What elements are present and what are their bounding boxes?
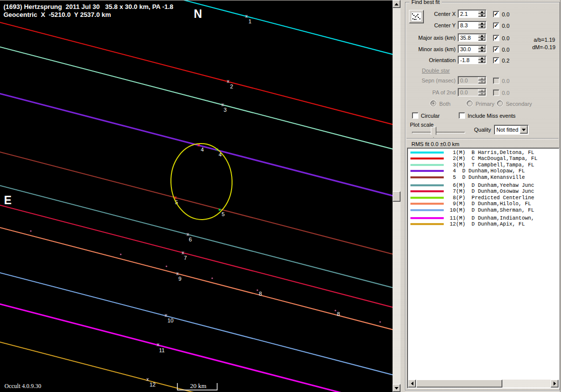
primary-radio bbox=[467, 100, 473, 106]
center-y-input[interactable]: 8.3 bbox=[458, 21, 486, 29]
station-row-8[interactable]: 8(P) Predicted Centerline bbox=[407, 195, 559, 201]
centerline-dot bbox=[211, 277, 213, 279]
major-axis-spin-down[interactable] bbox=[478, 38, 485, 41]
quality-label: Quality bbox=[474, 127, 491, 133]
scroll-left-button[interactable] bbox=[408, 380, 416, 388]
pa-2nd-label: PA of 2nd bbox=[406, 89, 456, 95]
pa-2nd-input: 0.0 bbox=[458, 88, 486, 96]
app-version-label: Occult 4.0.9.30 bbox=[4, 383, 41, 390]
station-text: 9(M) D Dunham,Hilolo, FL bbox=[450, 201, 531, 207]
stations-listbox[interactable]: 1(M) B Harris,Deltona, FL 2(M) C MacDoug… bbox=[407, 148, 560, 389]
stations-horizontal-scrollbar[interactable] bbox=[408, 380, 559, 388]
east-direction-label: E bbox=[4, 194, 11, 207]
up-arrow-icon bbox=[395, 3, 399, 5]
plot-vertical-scrollbar[interactable] bbox=[393, 0, 401, 392]
station-color-swatch bbox=[410, 197, 444, 199]
station-rows: 1(M) B Harris,Deltona, FL 2(M) C MacDoug… bbox=[407, 150, 559, 228]
plot-scale-slider-track[interactable] bbox=[412, 132, 465, 134]
center-x-input[interactable]: 2.1 bbox=[458, 9, 486, 18]
groupbox-title: Find best fit bbox=[409, 0, 442, 5]
centerline-dot bbox=[120, 253, 121, 255]
station-color-swatch bbox=[410, 203, 444, 205]
station-color-swatch bbox=[410, 209, 444, 211]
scroll-up-button[interactable] bbox=[393, 0, 401, 8]
left-arrow-icon bbox=[411, 382, 413, 386]
include-miss-checkbox[interactable] bbox=[459, 112, 465, 119]
orientation-fit-checkbox[interactable]: ✓ bbox=[493, 57, 499, 64]
station-text: 8(P) Predicted Centerline bbox=[450, 195, 534, 201]
axis-ratio-label: a/b=1.19 bbox=[534, 37, 555, 43]
chord-number-label: 11 bbox=[159, 347, 164, 353]
center-y-step-value: 0.0 bbox=[502, 23, 509, 29]
center-y-fit-checkbox[interactable]: ✓ bbox=[493, 22, 499, 29]
minor-axis-spin-down[interactable] bbox=[478, 49, 485, 53]
quality-selected-value: Not fitted bbox=[496, 127, 518, 133]
station-row-4[interactable]: 4 D Dunham,Holopaw, FL bbox=[407, 168, 559, 174]
plot-title-line2: Geocentric X -5210.0 Y 2537.0 km bbox=[3, 11, 111, 18]
minor-axis-fit-checkbox[interactable]: ✓ bbox=[493, 46, 499, 53]
chord-line-3 bbox=[0, 46, 393, 151]
station-color-swatch bbox=[410, 217, 444, 219]
occult-window: 12344556791011128820 km (1693) Hertzspru… bbox=[0, 0, 561, 392]
quality-dropdown[interactable]: Not fitted bbox=[494, 125, 529, 135]
chord-number-label: 3 bbox=[224, 107, 227, 113]
circular-label: Circular bbox=[421, 113, 440, 119]
center-y-spin-down[interactable] bbox=[478, 25, 485, 29]
station-color-swatch bbox=[410, 152, 444, 154]
station-color-swatch bbox=[410, 184, 444, 186]
station-row-1[interactable]: 1(M) B Harris,Deltona, FL bbox=[407, 150, 559, 156]
station-row-10[interactable]: 10(M) D Dunham,Sherman, FL bbox=[407, 207, 559, 213]
minor-axis-input[interactable]: 30.0 bbox=[458, 45, 486, 53]
chord-number-label: 7 bbox=[184, 255, 187, 261]
centerline-dot bbox=[334, 310, 336, 311]
station-row-12[interactable]: 12(M) D Dunham,Apix, FL bbox=[407, 221, 559, 227]
separation-input: 0.0 bbox=[458, 76, 486, 84]
center-x-step-value: 0.0 bbox=[502, 11, 509, 17]
vertical-scrollbar-thumb[interactable] bbox=[393, 191, 401, 202]
center-x-spin-down[interactable] bbox=[478, 14, 485, 17]
centerline-dot bbox=[30, 230, 31, 232]
station-text: 11(M) D Dunham,Indiantown, bbox=[450, 215, 534, 221]
horizontal-scrollbar-thumb[interactable] bbox=[416, 380, 502, 388]
right-arrow-icon bbox=[554, 382, 556, 386]
plot-title-line1: (1693) Hertzsprung 2011 Jul 30 35.8 x 30… bbox=[3, 3, 173, 10]
scroll-down-button[interactable] bbox=[393, 384, 401, 392]
station-row-3[interactable]: 3(M) T Campbell,Tampa, FL bbox=[407, 162, 559, 168]
dropdown-arrow-button[interactable] bbox=[520, 126, 528, 134]
orientation-input[interactable]: -1.8 bbox=[458, 56, 486, 64]
circular-checkbox[interactable] bbox=[412, 112, 418, 119]
station-row-9[interactable]: 9(M) D Dunham,Hilolo, FL bbox=[407, 201, 559, 207]
include-miss-label: Include Miss events bbox=[468, 113, 516, 119]
orientation-step-value: 0.2 bbox=[502, 58, 509, 64]
minor-axis-label: Minor axis (km) bbox=[406, 46, 456, 52]
station-row-2[interactable]: 2(M) C MacDougal,Tampa, FL bbox=[407, 156, 559, 161]
primary-radio-label: Primary bbox=[476, 101, 494, 107]
major-axis-input[interactable]: 35.8 bbox=[458, 33, 486, 42]
station-row-11[interactable]: 11(M) D Dunham,Indiantown, bbox=[407, 215, 559, 221]
centerline-dot bbox=[165, 265, 167, 267]
station-row-5[interactable]: 5 D Dunham,Kenansville bbox=[407, 174, 559, 180]
down-arrow-icon bbox=[395, 387, 399, 390]
plot-scale-slider-thumb[interactable] bbox=[431, 127, 436, 138]
centerline-dot bbox=[256, 289, 258, 291]
reappearance-marker-5 bbox=[219, 209, 221, 211]
chord-number-label: 12 bbox=[150, 382, 156, 388]
both-radio-label: Both bbox=[439, 101, 451, 107]
station-color-swatch bbox=[410, 164, 444, 166]
scale-bar-label: 20 km bbox=[190, 382, 207, 390]
major-axis-fit-checkbox[interactable]: ✓ bbox=[493, 35, 499, 41]
station-row-7[interactable]: 7(M) D Dunham,Osowaw Junc bbox=[407, 188, 559, 194]
separation-spin-down bbox=[478, 80, 485, 84]
station-text: 4 D Dunham,Holopaw, FL bbox=[450, 168, 525, 174]
station-color-swatch bbox=[410, 176, 444, 178]
double-star-section-label: Double star bbox=[422, 68, 450, 74]
center-x-fit-checkbox[interactable]: ✓ bbox=[493, 11, 499, 17]
scroll-right-button[interactable] bbox=[551, 380, 559, 388]
chord-line-7 bbox=[0, 204, 393, 309]
chords-canvas: 12344556791011128820 km bbox=[0, 0, 393, 392]
station-row-6[interactable]: 6(M) D Dunham,Yeehaw Junc bbox=[407, 182, 559, 188]
chord-line-9 bbox=[0, 226, 393, 331]
pa-2nd-spin-down bbox=[478, 92, 485, 96]
station-text: 3(M) T Campbell,Tampa, FL bbox=[450, 162, 534, 168]
orientation-spin-down[interactable] bbox=[478, 60, 485, 64]
